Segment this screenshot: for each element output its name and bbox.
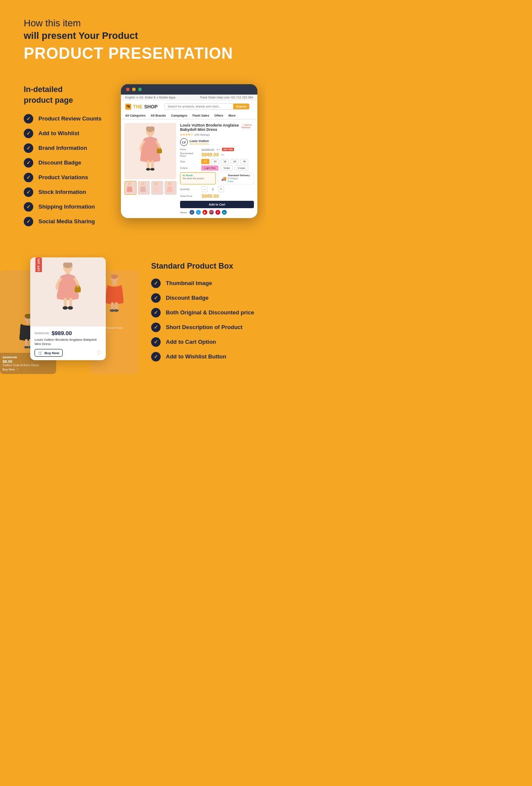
svg-rect-7	[157, 149, 162, 153]
delivery-box: 🚚 Standard Delivery 2-3 Day(s) Free	[218, 172, 254, 184]
svg-rect-31	[115, 302, 118, 310]
feature-label: Discount Badge	[38, 159, 81, 166]
category-all[interactable]: All Categories	[125, 114, 146, 117]
price-label: Price	[180, 148, 200, 151]
svg-point-33	[114, 309, 119, 312]
add-to-cart-button[interactable]: Add to Cart	[180, 201, 254, 208]
color-light-pink[interactable]: Light Pink	[201, 165, 218, 171]
category-more[interactable]: More	[228, 114, 236, 117]
product-info: Louis Vuitton Broderie Anglaise Babydoll…	[180, 123, 254, 215]
brand-name: Louis Vuitton	[190, 139, 210, 143]
hero-section: How this item will present Your Product …	[0, 0, 266, 76]
hero-line2: will present Your Product	[24, 30, 138, 41]
wishlist-left[interactable]: ♡	[16, 368, 19, 371]
pinterest-icon[interactable]: P	[215, 210, 220, 215]
color-violet[interactable]: Violet	[220, 165, 233, 171]
feature-label: Shipping Information	[38, 203, 95, 210]
category-brands[interactable]: All Brands	[151, 114, 166, 117]
buy-now-button[interactable]: 🛒 Buy Now	[35, 349, 63, 357]
svg-rect-29	[112, 282, 117, 285]
discounted-price-row: Discounted Price $989.00 /pc	[180, 152, 254, 157]
discounted-label: Discounted Price	[180, 152, 200, 157]
quantity-decrease[interactable]: −	[202, 186, 208, 192]
facebook-icon[interactable]: f	[190, 210, 194, 215]
color-cream[interactable]: Cream	[234, 165, 248, 171]
thumbnail-4[interactable]	[165, 181, 177, 195]
thumbnail-3[interactable]	[151, 181, 163, 195]
svg-point-5	[146, 168, 150, 171]
svg-rect-3	[147, 160, 149, 169]
heading-line1: In-detailed	[24, 85, 63, 94]
delivery-icon: 🚚	[221, 176, 226, 181]
size-34[interactable]: 34	[211, 159, 219, 164]
thumbnail-2[interactable]	[138, 181, 150, 195]
product-main-image	[124, 123, 176, 179]
hero-title: PRODUCT PRESENTATION	[24, 44, 242, 63]
browser-dot-red	[126, 88, 130, 91]
feature-label: Product Review Counts	[38, 115, 101, 122]
card-new-price: $989.00	[51, 330, 72, 336]
card-main-image: OFF 10%	[30, 257, 106, 326]
stock-box: In Stock Ask about this product	[180, 172, 216, 184]
twitter-icon[interactable]: t	[196, 210, 201, 215]
category-flash[interactable]: Flash Sales	[193, 114, 209, 117]
discount-badge: OFF 10%	[222, 148, 234, 151]
svg-rect-23	[69, 298, 72, 307]
ask-product[interactable]: Ask about this product	[183, 177, 213, 180]
color-label: Colors	[180, 167, 200, 169]
delivery-free: Free	[228, 180, 250, 183]
category-campaigns[interactable]: Campaigns	[171, 114, 187, 117]
svg-point-8	[128, 182, 131, 186]
search-button[interactable]: Search	[233, 104, 249, 109]
size-38[interactable]: 38	[231, 159, 239, 164]
feature-label: Both Original & Discounted price	[166, 309, 254, 316]
check-icon	[151, 337, 161, 347]
instagram-icon[interactable]: 📷	[209, 210, 214, 215]
feature-item-shipping: Shipping Information	[24, 202, 112, 212]
thumbnail-1[interactable]	[124, 181, 136, 195]
size-32[interactable]: 32	[201, 159, 209, 164]
product-images	[124, 123, 177, 215]
brand-info: Louis Vuitton View other products...	[190, 139, 210, 145]
card-main: OFF 10%	[30, 257, 106, 361]
cart-icon: 🛒	[38, 351, 43, 355]
category-offers[interactable]: Offers	[214, 114, 223, 117]
check-icon	[24, 114, 33, 124]
svg-rect-15	[25, 339, 28, 347]
shop-top-bar: English ∨ US. Dollar $ ∨ Mobile Apps Tra…	[121, 95, 257, 101]
card-left-title: Vuitton Coat of Arms Dress	[3, 364, 54, 367]
buy-now-label: Buy Now	[44, 351, 59, 355]
feature-item-stock: Stock Information	[24, 187, 112, 197]
linkedin-icon[interactable]: in	[222, 210, 227, 215]
wishlist-heart-icon[interactable]: ♡	[97, 350, 101, 356]
logo-the: THE	[133, 104, 142, 109]
original-price: $1099.00	[202, 148, 214, 151]
product-title: Louis Vuitton Broderie Anglaise Babydoll…	[180, 123, 241, 132]
browser-chrome	[121, 84, 257, 95]
card-actions: 🛒 Buy Now ♡	[35, 349, 101, 357]
quantity-value: 1	[210, 188, 216, 191]
feature-item-wishlist: Add to Wishlist	[24, 129, 112, 138]
brand-link[interactable]: View other products...	[190, 143, 210, 145]
total-row: Total Price $989.00	[180, 193, 254, 199]
wishlist-button[interactable]: ♡ Add to Wishlist	[241, 123, 254, 129]
youtube-icon[interactable]: ▶	[203, 210, 207, 215]
size-40[interactable]: 40	[241, 159, 249, 164]
check-icon	[151, 352, 161, 361]
svg-point-6	[150, 168, 155, 171]
shop-search[interactable]: Search	[165, 103, 250, 110]
buy-now-left[interactable]: Buy Now	[3, 368, 15, 371]
feature-label: Thumbnail Image	[166, 280, 212, 286]
search-input[interactable]	[165, 104, 233, 109]
svg-rect-14	[26, 321, 30, 324]
size-36[interactable]: 36	[221, 159, 229, 164]
wishlist-right[interactable]: ♡	[107, 331, 110, 334]
feature-item-brand: Brand Information	[24, 143, 112, 153]
check-icon	[151, 323, 161, 332]
quantity-increase[interactable]: +	[218, 186, 224, 192]
topbar-right: Track Order Help Line +01 712 232 364	[200, 96, 253, 99]
delivery-title: Standard Delivery	[228, 174, 250, 177]
stock-in: In Stock	[183, 174, 213, 177]
share-label: Share	[180, 211, 187, 214]
feature-label: Add to Wishlist Button	[166, 353, 226, 360]
